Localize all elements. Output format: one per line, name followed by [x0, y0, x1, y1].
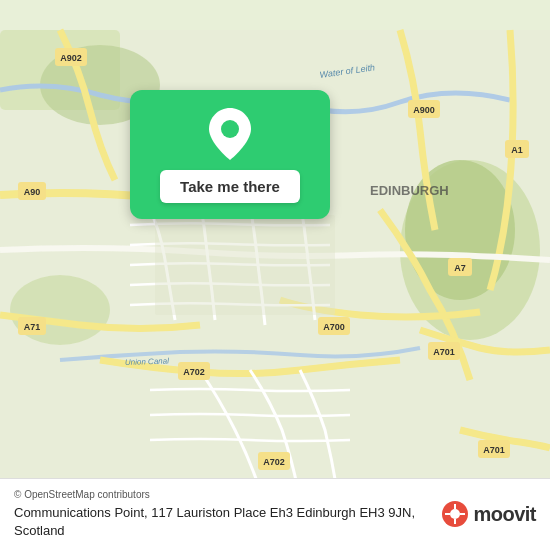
moovit-logo-icon [441, 500, 469, 528]
svg-text:A702: A702 [183, 367, 205, 377]
svg-rect-32 [155, 215, 335, 315]
svg-text:A71: A71 [24, 322, 41, 332]
svg-text:A701: A701 [433, 347, 455, 357]
svg-point-33 [221, 120, 239, 138]
map-container: A902 A900 A1 A90 A7 A700 A71 A702 A702 A… [0, 0, 550, 550]
location-panel[interactable]: Take me there [130, 90, 330, 219]
svg-text:Union Canal: Union Canal [125, 356, 170, 367]
svg-text:A900: A900 [413, 105, 435, 115]
bottom-bar: © OpenStreetMap contributors Communicati… [0, 478, 550, 550]
svg-text:A1: A1 [511, 145, 523, 155]
svg-text:A702: A702 [263, 457, 285, 467]
bottom-left-info: © OpenStreetMap contributors Communicati… [14, 489, 431, 540]
svg-point-35 [450, 509, 460, 519]
moovit-logo: moovit [441, 500, 536, 528]
svg-text:A701: A701 [483, 445, 505, 455]
moovit-logo-text: moovit [473, 503, 536, 526]
svg-text:A90: A90 [24, 187, 41, 197]
map-background: A902 A900 A1 A90 A7 A700 A71 A702 A702 A… [0, 0, 550, 550]
svg-text:A700: A700 [323, 322, 345, 332]
location-pin-icon [209, 108, 251, 160]
take-me-there-button[interactable]: Take me there [160, 170, 300, 203]
svg-text:A7: A7 [454, 263, 466, 273]
copyright-text: © OpenStreetMap contributors [14, 489, 431, 500]
address-text: Communications Point, 117 Lauriston Plac… [14, 504, 431, 540]
svg-text:A902: A902 [60, 53, 82, 63]
svg-text:EDINBURGH: EDINBURGH [370, 183, 449, 198]
